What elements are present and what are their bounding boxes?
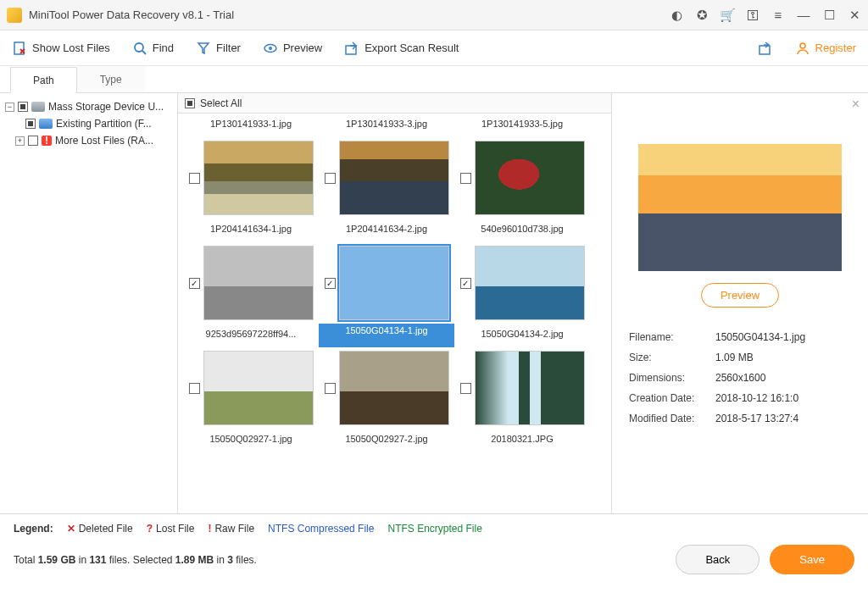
- checkbox-indeterminate[interactable]: [25, 119, 36, 129]
- find-label: Find: [153, 42, 174, 54]
- menu-icon[interactable]: ≡: [771, 8, 785, 22]
- pv-created: 2018-10-12 16:1:0: [715, 389, 851, 407]
- thumb-checkbox[interactable]: [325, 383, 336, 394]
- register-button[interactable]: Register: [795, 41, 856, 56]
- toolbar: Show Lost Files Find Filter Preview Expo…: [0, 30, 868, 66]
- export-label: Export Scan Result: [364, 42, 459, 54]
- show-lost-files-button[interactable]: Show Lost Files: [12, 41, 110, 56]
- svg-point-9: [800, 43, 805, 48]
- thumb-cell[interactable]: [183, 246, 319, 320]
- thumb-caption: 15050Q02927-2.jpg: [319, 429, 454, 452]
- legend-ntfs-enc: NTFS Encrypted File: [387, 523, 481, 535]
- thumb-checkbox[interactable]: [189, 383, 200, 394]
- checkbox[interactable]: [28, 136, 38, 146]
- thumb-caption: 1P130141933-5.jpg: [454, 114, 590, 137]
- pv-label-filename: Filename:: [629, 328, 714, 346]
- selection-stats: Total 1.59 GB in 131 files. Selected 1.8…: [14, 554, 665, 566]
- legend-title: Legend:: [14, 523, 53, 535]
- thumbnail[interactable]: [203, 246, 314, 320]
- filter-button[interactable]: Filter: [196, 41, 241, 56]
- thumb-caption: 9253d95697228ff94...: [183, 324, 319, 347]
- thumb-checkbox[interactable]: [325, 173, 336, 184]
- collapse-icon[interactable]: −: [5, 103, 14, 112]
- thumb-caption: 1P204141634-1.jpg: [183, 219, 319, 242]
- thumb-checkbox[interactable]: [325, 278, 336, 289]
- thumbnail[interactable]: [475, 141, 585, 215]
- tree-partition[interactable]: Existing Partition (F...: [3, 115, 174, 132]
- thumb-caption: 1P130141933-1.jpg: [183, 114, 319, 137]
- thumb-cell[interactable]: [454, 246, 590, 320]
- tab-path[interactable]: Path: [10, 67, 77, 93]
- preview-image: [638, 144, 842, 271]
- tree-part-label: Existing Partition (F...: [56, 118, 152, 130]
- svg-point-3: [135, 43, 143, 52]
- thumb-checkbox[interactable]: [460, 383, 471, 394]
- pv-label-modified: Modified Date:: [629, 409, 714, 428]
- thumbnail[interactable]: [203, 141, 314, 215]
- tree-root[interactable]: − Mass Storage Device U...: [3, 98, 174, 115]
- thumb-cell[interactable]: [319, 351, 454, 425]
- export-button[interactable]: Export Scan Result: [344, 41, 459, 56]
- thumb-caption: 1P204141634-2.jpg: [319, 219, 454, 242]
- back-button[interactable]: Back: [676, 545, 760, 574]
- thumb-checkbox[interactable]: [189, 173, 200, 184]
- expand-icon[interactable]: +: [15, 136, 25, 146]
- key-icon[interactable]: ⚿: [746, 8, 760, 22]
- close-preview-icon[interactable]: ×: [852, 97, 860, 112]
- feedback-icon[interactable]: ✪: [695, 8, 709, 22]
- tree-raw-label: More Lost Files (RA...: [55, 135, 153, 147]
- select-all-checkbox[interactable]: [185, 98, 195, 108]
- filter-label: Filter: [216, 42, 241, 54]
- share-icon[interactable]: [758, 41, 773, 56]
- update-icon[interactable]: ◐: [670, 8, 683, 22]
- maximize-icon[interactable]: ☐: [822, 8, 836, 22]
- thumbnail[interactable]: [203, 351, 314, 425]
- legend-raw: Raw File: [214, 523, 254, 535]
- preview-details: Filename:15050G04134-1.jpg Size:1.09 MB …: [627, 326, 853, 430]
- thumb-caption: 20180321.JPG: [454, 429, 590, 452]
- preview-button[interactable]: Preview: [263, 41, 322, 56]
- thumb-caption: 15050G04134-1.jpg: [319, 324, 454, 347]
- show-lost-label: Show Lost Files: [32, 42, 110, 54]
- thumb-cell[interactable]: [319, 141, 454, 215]
- legend-lost: Lost File: [156, 523, 194, 535]
- checkbox-indeterminate[interactable]: [18, 102, 28, 112]
- thumb-checkbox[interactable]: [460, 173, 471, 184]
- eye-icon: [263, 41, 278, 56]
- app-icon: [7, 8, 22, 23]
- thumbnail[interactable]: [475, 351, 585, 425]
- save-button[interactable]: Save: [770, 545, 854, 574]
- thumb-checkbox[interactable]: [189, 278, 200, 289]
- preview-panel: × Preview Filename:15050G04134-1.jpg Siz…: [612, 93, 868, 513]
- thumb-cell[interactable]: [183, 351, 319, 425]
- svg-point-6: [269, 47, 272, 50]
- export-icon: [344, 41, 359, 56]
- thumbnail-grid: Select All 1P130141933-1.jpg1P130141933-…: [178, 93, 612, 513]
- pv-label-created: Creation Date:: [629, 389, 714, 407]
- thumb-cell[interactable]: [454, 141, 590, 215]
- preview-open-button[interactable]: Preview: [701, 283, 779, 308]
- thumbnail[interactable]: [339, 351, 449, 425]
- thumb-cell[interactable]: [454, 351, 590, 425]
- document-x-icon: [12, 41, 27, 56]
- select-all-label: Select All: [200, 97, 242, 109]
- thumbnail[interactable]: [339, 141, 449, 215]
- svg-rect-8: [760, 46, 770, 54]
- close-icon[interactable]: ✕: [848, 8, 861, 22]
- cart-icon[interactable]: 🛒: [721, 8, 734, 22]
- pv-label-dims: Dimensions:: [629, 369, 714, 387]
- preview-label: Preview: [283, 42, 322, 54]
- legend-deleted: Deleted File: [79, 523, 133, 535]
- thumbnail[interactable]: [475, 246, 585, 320]
- tab-type[interactable]: Type: [77, 66, 145, 92]
- raw-icon: !: [208, 523, 211, 535]
- thumb-cell[interactable]: [319, 246, 454, 320]
- minimize-icon[interactable]: —: [797, 8, 810, 22]
- thumbnail[interactable]: [339, 246, 449, 320]
- thumb-cell[interactable]: [183, 141, 319, 215]
- title-bar: MiniTool Power Data Recovery v8.1 - Tria…: [0, 0, 868, 30]
- tree-rawfiles[interactable]: + ! More Lost Files (RA...: [3, 132, 174, 149]
- pv-size: 1.09 MB: [715, 348, 851, 367]
- thumb-checkbox[interactable]: [460, 278, 471, 289]
- find-button[interactable]: Find: [132, 41, 174, 56]
